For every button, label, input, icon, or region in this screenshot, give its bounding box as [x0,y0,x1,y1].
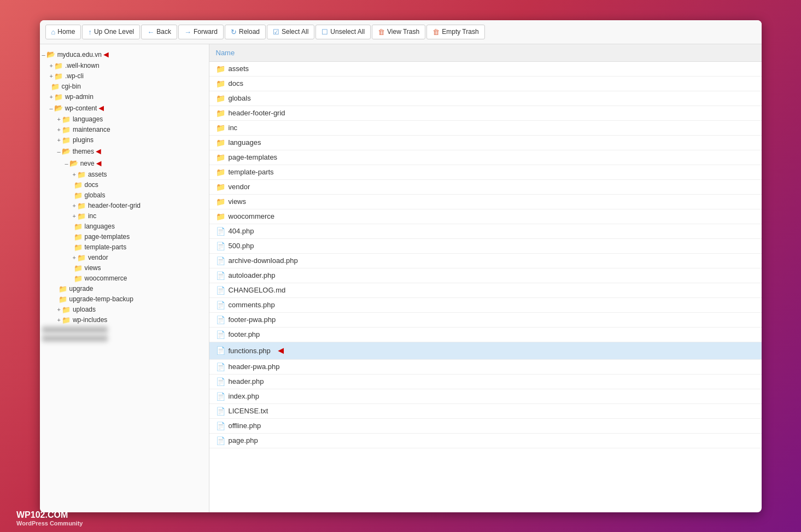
sidebar-item-blurred2[interactable] [40,334,209,343]
folder-icon: 📁 [74,223,83,231]
sidebar-item-neve-template-parts[interactable]: 📁template-parts [40,242,209,253]
unselect-all-button[interactable]: ☐ Unselect All [315,25,371,39]
table-row[interactable]: 📄404.php [209,224,762,238]
expand-icon[interactable]: + [57,137,61,143]
table-row[interactable]: 📄page.php [209,433,762,448]
file-name: vendor [229,183,250,191]
folder-icon: 📁 [62,115,71,124]
collapse-icon[interactable]: – [50,105,53,112]
sidebar-item-neve-woocommerce[interactable]: 📁woocommerce [40,273,209,284]
expand-icon[interactable]: + [73,171,76,178]
file-panel[interactable]: Name 📁assets📁docs📁globals📁header-footer-… [209,44,762,512]
table-row[interactable]: 📄autoloader.php [209,268,762,283]
sidebar-item-plugins[interactable]: +📁plugins [40,135,209,145]
sidebar-item-wp-admin[interactable]: +📁wp-admin [40,92,209,102]
sidebar-item-wp-content[interactable]: –📂wp-content ◄ [40,102,209,114]
table-row[interactable]: 📁header-footer-grid [209,106,762,120]
expand-icon[interactable]: + [57,126,61,133]
sidebar-item-neve-vendor[interactable]: +📁vendor [40,253,209,263]
sidebar-item-maintenance[interactable]: +📁maintenance [40,125,209,135]
sidebar-item-upgrade[interactable]: 📁upgrade [40,284,209,294]
sidebar-item-wp-includes[interactable]: +📁wp-includes [40,315,209,325]
back-button[interactable]: ← Back [141,25,177,39]
sidebar-item-upgrade-temp-backup[interactable]: 📁upgrade-temp-backup [40,294,209,305]
sidebar-item-wp-cli[interactable]: +📁.wp-cli [40,71,209,81]
table-row[interactable]: 📄offline.php [209,418,762,433]
expand-icon[interactable]: + [50,93,53,100]
table-row[interactable]: 📁template-parts [209,165,762,179]
unselect-all-icon: ☐ [321,28,328,36]
table-row[interactable]: 📁woocommerce [209,209,762,224]
sidebar-item-neve-globals[interactable]: 📁globals [40,190,209,201]
sidebar-item-label: globals [85,191,106,199]
sidebar-item-neve-inc[interactable]: +📁inc [40,211,209,221]
sidebar-item-neve-assets[interactable]: +📁assets [40,169,209,180]
file-name-cell: 📁vendor [209,179,762,194]
file-name-cell: 📁views [209,194,762,209]
expand-icon[interactable]: + [73,254,76,261]
file-name-cell: 📁page-templates [209,150,762,165]
up-one-level-button[interactable]: ↑ Up One Level [82,25,140,39]
table-row[interactable]: 📄header-pwa.php [209,359,762,374]
folder-icon: 📁 [216,109,225,118]
sidebar-item-well-known[interactable]: +📁.well-known [40,61,209,71]
expand-icon[interactable]: + [50,62,53,69]
forward-button[interactable]: → Forward [178,25,224,39]
expand-icon[interactable]: + [50,73,53,79]
sidebar-item-neve-hfg[interactable]: +📁header-footer-grid [40,201,209,211]
table-row[interactable]: 📄footer-pwa.php [209,312,762,327]
table-row[interactable]: 📄index.php [209,389,762,404]
reload-button[interactable]: ↻ Reload [225,25,266,39]
expand-icon[interactable]: + [73,213,76,219]
collapse-icon[interactable]: – [42,51,45,58]
watermark-main: WP102.COM [16,510,83,520]
expand-icon[interactable]: + [73,202,76,209]
table-row[interactable]: 📁globals [209,91,762,106]
table-row[interactable]: 📁assets [209,61,762,76]
table-row[interactable]: 📄500.php [209,238,762,253]
forward-icon: → [184,28,191,36]
sidebar-item-neve-page-templates[interactable]: 📁page-templates [40,232,209,242]
collapse-icon[interactable]: – [57,148,61,155]
sidebar[interactable]: –📂myduca.edu.vn ◄+📁.well-known+📁.wp-cli … [40,44,209,512]
folder-icon: 📁 [59,285,67,293]
home-button[interactable]: ⌂ Home [45,25,81,39]
table-row[interactable]: 📁page-templates [209,150,762,165]
table-row[interactable]: 📄comments.php [209,297,762,312]
collapse-icon[interactable]: – [65,160,68,167]
expand-icon[interactable]: + [57,306,61,313]
select-all-button[interactable]: ☑ Select All [267,25,314,39]
sidebar-item-themes[interactable]: –📂themes ◄ [40,145,209,157]
sidebar-item-neve-views[interactable]: 📁views [40,263,209,273]
expand-icon[interactable]: + [57,116,61,122]
table-row[interactable]: 📁views [209,194,762,209]
table-row[interactable]: 📄LICENSE.txt [209,404,762,418]
sidebar-item-label: .well-known [65,62,100,69]
sidebar-item-myduca[interactable]: –📂myduca.edu.vn ◄ [40,49,209,61]
sidebar-item-neve-languages[interactable]: 📁languages [40,221,209,232]
table-row[interactable]: 📄archive-download.php [209,253,762,268]
trash-icon: 🗑 [378,28,385,36]
sidebar-item-neve[interactable]: –📂neve ◄ [40,157,209,169]
sidebar-item-neve-docs[interactable]: 📁docs [40,180,209,190]
file-icon: 📄 [216,346,225,355]
expand-icon[interactable]: + [57,317,61,323]
table-row[interactable]: 📁docs [209,76,762,91]
table-row[interactable]: 📁vendor [209,179,762,194]
table-row[interactable]: 📄CHANGELOG.md [209,283,762,297]
sidebar-item-uploads[interactable]: +📁uploads [40,305,209,315]
folder-icon: 📁 [216,183,225,191]
table-row[interactable]: 📄header.php [209,374,762,389]
sidebar-item-cgi-bin[interactable]: 📁cgi-bin [40,81,209,92]
table-row[interactable]: 📁languages [209,135,762,150]
file-name-cell: 📄header.php [209,374,762,389]
file-icon: 📄 [216,271,225,280]
sidebar-item-languages[interactable]: +📁languages [40,114,209,125]
view-trash-button[interactable]: 🗑 View Trash [372,25,425,39]
table-row[interactable]: 📄footer.php [209,327,762,342]
table-row[interactable]: 📄functions.php◄ [209,342,762,359]
table-row[interactable]: 📁inc [209,120,762,135]
file-icon: 📄 [216,315,225,324]
empty-trash-button[interactable]: 🗑 Empty Trash [426,25,484,39]
sidebar-item-blurred1[interactable] [40,325,209,334]
